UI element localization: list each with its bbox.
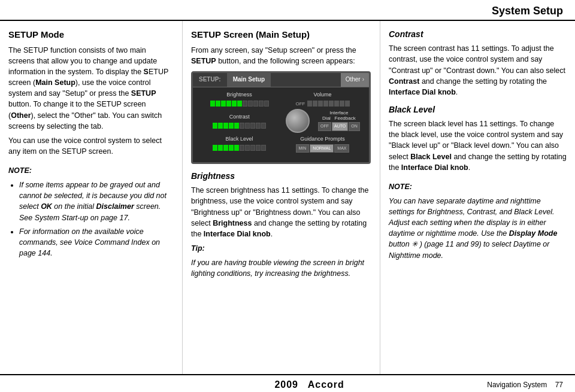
footer-nav-page: Navigation System 77: [487, 381, 563, 389]
blacklevel-body: The screen black level has 11 settings. …: [389, 118, 567, 173]
screen-main-tab: Main Setup: [227, 73, 271, 87]
screen-setup-tab: SETUP:: [193, 73, 227, 87]
contrast-bars: [213, 123, 266, 129]
header-title: System Setup: [492, 5, 563, 17]
bar: [229, 123, 234, 129]
setup-screen-image: SETUP: Main Setup Other › Brightness: [191, 71, 371, 164]
footer-year-model: 2009 Accord: [274, 379, 344, 390]
bar: [232, 101, 237, 107]
bar: [210, 101, 215, 107]
page-footer: 2009 Accord Navigation System 77: [0, 374, 575, 392]
screen-row-contrast-dial: Contrast: [193, 109, 369, 134]
interface-feedback-item: InterfaceDial Feedback OFF AUTO ON: [318, 111, 360, 131]
bar: [234, 145, 239, 151]
bar: [226, 101, 231, 107]
col2-intro: From any screen, say "Setup screen" or p…: [191, 45, 371, 66]
bar: [307, 101, 312, 107]
toggle-off: OFF: [318, 122, 331, 130]
footer-year: 2009: [274, 379, 298, 390]
column-2: SETUP Screen (Main Setup) From any scree…: [183, 21, 380, 374]
col1-note-label: NOTE:: [8, 165, 174, 176]
bar: [253, 101, 258, 107]
col3-note-label: NOTE:: [389, 181, 567, 192]
col1-bullet-1: If some items appear to be grayed out an…: [19, 180, 174, 223]
bar: [250, 145, 255, 151]
guidance-min: MIN: [296, 144, 310, 153]
volume-bars: OFF: [296, 101, 350, 108]
guidance-screen-label: Guidance Prompts: [300, 135, 345, 143]
screen-row-brightness-volume: Brightness: [193, 87, 369, 109]
bar: [240, 145, 244, 151]
bar: [243, 101, 247, 107]
bar: [323, 101, 328, 107]
col2-title: SETUP Screen (Main Setup): [191, 28, 371, 41]
bar: [313, 101, 317, 107]
page-header: System Setup: [0, 0, 575, 21]
contrast-screen-label: Contrast: [229, 113, 250, 121]
bar: [334, 101, 339, 107]
guidance-normal: NORMAL: [310, 144, 334, 153]
interface-dial: [286, 109, 310, 133]
bar: [250, 123, 255, 129]
tip-label: Tip:: [191, 243, 371, 254]
screen-top-bar: SETUP: Main Setup Other ›: [193, 73, 369, 87]
blacklevel-screen-label: Black Level: [225, 135, 253, 143]
blacklevel-heading: Black Level: [389, 104, 567, 116]
interface-label: InterfaceDial Feedback: [322, 111, 356, 121]
col1-title: SETUP Mode: [8, 28, 174, 41]
bar: [261, 123, 266, 129]
column-1: SETUP Mode The SETUP function consists o…: [0, 21, 183, 374]
col3-note-body: You can have separate daytime and nightt…: [389, 196, 567, 261]
col1-bullet-2: For information on the available voice c…: [19, 226, 174, 259]
feedback-toggles: OFF AUTO ON: [318, 122, 360, 130]
bar: [218, 123, 223, 129]
guidance-toggles: MIN NORMAL MAX: [296, 144, 350, 153]
contrast-body: The screen contrast has 11 settings. To …: [389, 43, 567, 98]
nav-label: Navigation System: [487, 381, 547, 389]
column-3: Contrast The screen contrast has 11 sett…: [380, 21, 575, 374]
brightness-body: The screen brightness has 11 settings. T…: [191, 185, 371, 239]
contrast-heading: Contrast: [389, 28, 567, 40]
bar: [213, 123, 217, 129]
bar: [223, 145, 228, 151]
bar: [340, 101, 344, 107]
bar: [218, 145, 223, 151]
footer-model: Accord: [308, 379, 344, 390]
blacklevel-item: Black Level: [202, 135, 277, 153]
bar: [216, 101, 220, 107]
tab-main-label: Main Setup: [233, 75, 265, 84]
bar: [223, 123, 228, 129]
vol-prefix: OFF: [296, 101, 305, 108]
dial-item: [286, 109, 310, 133]
bar: [248, 101, 253, 107]
brightness-bars: [210, 101, 269, 107]
col1-bullets: If some items appear to be grayed out an…: [19, 180, 174, 259]
screen-other-tab: Other ›: [341, 73, 369, 87]
toggle-on: ON: [349, 122, 360, 130]
guidance-item: Guidance Prompts MIN NORMAL MAX: [285, 135, 360, 153]
bar: [237, 101, 242, 107]
tab-other-label: Other: [346, 75, 361, 84]
volume-item: Volume OFF: [285, 91, 360, 108]
bar: [256, 123, 261, 129]
bar: [213, 145, 217, 151]
bar: [318, 101, 323, 107]
brightness-label: Brightness: [226, 91, 252, 99]
contrast-item: Contrast: [202, 113, 277, 129]
screen-row-blacklevel-guidance: Black Level Guidance: [193, 134, 369, 155]
tab-setup-label: SETUP:: [199, 75, 221, 84]
bar: [229, 145, 234, 151]
brightness-item: Brightness: [202, 91, 277, 108]
main-content: SETUP Mode The SETUP function consists o…: [0, 21, 575, 374]
bar: [345, 101, 350, 107]
bar: [240, 123, 244, 129]
bar: [245, 145, 250, 151]
toggle-auto: AUTO: [332, 122, 348, 130]
page-num: 77: [555, 381, 563, 389]
bar: [245, 123, 250, 129]
col1-body-p1: The SETUP function consists of two main …: [8, 45, 174, 132]
guidance-max: MAX: [334, 144, 349, 153]
bar: [329, 101, 334, 107]
brightness-heading: Brightness: [191, 170, 371, 182]
bar: [234, 123, 239, 129]
